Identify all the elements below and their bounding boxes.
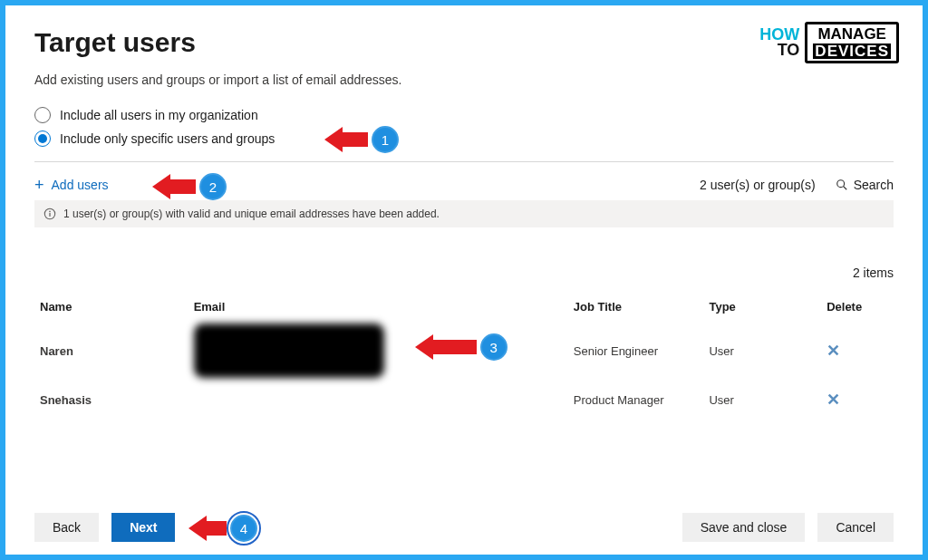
logo-devices: DEVICES bbox=[813, 43, 891, 59]
cell-type: User bbox=[703, 326, 821, 375]
items-count: 2 items bbox=[34, 266, 894, 280]
cell-job: Product Manager bbox=[568, 375, 704, 424]
radio-label: Include all users in my organization bbox=[60, 108, 258, 122]
delete-row-button[interactable]: ✕ bbox=[826, 390, 840, 410]
cell-type: User bbox=[703, 375, 821, 424]
add-users-label: Add users bbox=[52, 178, 109, 192]
table-row: Snehasis Product Manager User ✕ bbox=[34, 375, 894, 424]
info-bar: 1 user(s) or group(s) with valid and uni… bbox=[34, 200, 894, 227]
callout-bubble-2: 2 bbox=[199, 173, 227, 200]
cancel-button[interactable]: Cancel bbox=[817, 513, 894, 542]
radio-icon-selected bbox=[34, 130, 51, 147]
col-header-job[interactable]: Job Title bbox=[568, 293, 704, 326]
watermark-logo: HOW TO MANAGE DEVICES bbox=[759, 22, 899, 63]
users-count-label: 2 user(s) or group(s) bbox=[700, 178, 816, 192]
svg-point-0 bbox=[836, 180, 844, 188]
radio-label: Include only specific users and groups bbox=[60, 131, 275, 146]
info-text: 1 user(s) or group(s) with valid and uni… bbox=[63, 208, 440, 220]
logo-manage: MANAGE bbox=[813, 26, 891, 42]
col-header-name[interactable]: Name bbox=[34, 293, 188, 326]
search-button[interactable]: Search bbox=[836, 178, 894, 192]
col-header-email[interactable]: Email bbox=[188, 293, 568, 326]
cell-name: Naren bbox=[34, 326, 188, 375]
add-users-button[interactable]: + Add users bbox=[34, 177, 109, 193]
info-icon bbox=[44, 208, 56, 220]
callout-bubble-1: 1 bbox=[372, 126, 399, 153]
save-and-close-button[interactable]: Save and close bbox=[682, 513, 806, 542]
redacted-email bbox=[194, 323, 384, 378]
col-header-delete: Delete bbox=[821, 293, 894, 326]
callout-bubble-4: 4 bbox=[230, 515, 257, 542]
svg-rect-4 bbox=[49, 213, 50, 217]
plus-icon: + bbox=[34, 177, 44, 193]
svg-line-1 bbox=[843, 187, 846, 190]
page-subtitle: Add existing users and groups or import … bbox=[34, 72, 894, 87]
radio-include-specific[interactable]: Include only specific users and groups 1 bbox=[34, 127, 894, 150]
radio-icon bbox=[34, 107, 51, 123]
svg-point-3 bbox=[49, 211, 51, 213]
cell-email: 3 bbox=[188, 326, 568, 375]
delete-row-button[interactable]: ✕ bbox=[826, 341, 840, 361]
callout-bubble-3: 3 bbox=[480, 333, 508, 361]
radio-include-all[interactable]: Include all users in my organization bbox=[34, 103, 894, 127]
divider bbox=[34, 161, 894, 162]
back-button[interactable]: Back bbox=[34, 513, 99, 542]
search-label: Search bbox=[854, 178, 894, 192]
col-header-type[interactable]: Type bbox=[703, 293, 821, 326]
logo-to: TO bbox=[759, 43, 799, 58]
cell-job: Senior Engineer bbox=[568, 326, 704, 375]
next-button[interactable]: Next bbox=[111, 513, 175, 542]
cell-name: Snehasis bbox=[34, 375, 188, 424]
cell-email bbox=[188, 375, 568, 424]
table-row: Naren 3 Senior Engineer User ✕ bbox=[34, 326, 894, 375]
users-table: Name Email Job Title Type Delete Naren bbox=[34, 293, 894, 424]
search-icon bbox=[836, 179, 848, 191]
